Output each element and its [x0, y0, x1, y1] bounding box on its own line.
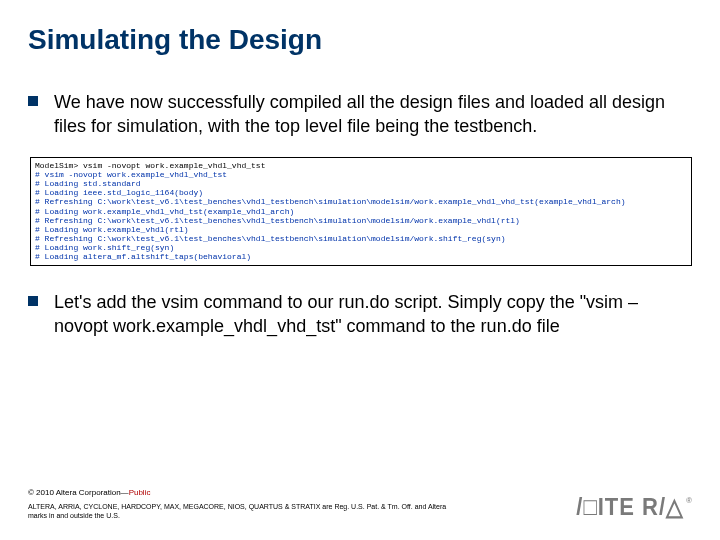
logo-text: /□ITE R/△ — [576, 493, 684, 522]
bullet-text-1: We have now successfully compiled all th… — [54, 90, 692, 139]
terminal-output: ModelSim> vsim -novopt work.example_vhdl… — [30, 157, 692, 266]
terminal-line-2: # vsim -novopt work.example_vhdl_vhd_tst — [35, 170, 227, 179]
terminal-line-6: # Loading work.example_vhdl_vhd_tst(exam… — [35, 207, 294, 216]
slide-title: Simulating the Design — [28, 24, 322, 56]
bullet-item-2: Let's add the vsim command to our run.do… — [28, 290, 692, 339]
altera-logo: /□ITE R/△ ® — [576, 494, 692, 520]
bullet-text-2: Let's add the vsim command to our run.do… — [54, 290, 692, 339]
terminal-line-1: ModelSim> vsim -novopt work.example_vhdl… — [35, 161, 265, 170]
terminal-line-8: # Loading work.example_vhdl(rtl) — [35, 225, 189, 234]
copyright-public: Public — [129, 488, 151, 497]
slide-content: We have now successfully compiled all th… — [28, 90, 692, 356]
terminal-line-7: # Refreshing C:\work\test_v6.1\test_benc… — [35, 216, 520, 225]
terminal-line-11: # Loading altera_mf.altshift_taps(behavi… — [35, 252, 251, 261]
legal-text: ALTERA, ARRIA, CYCLONE, HARDCOPY, MAX, M… — [28, 503, 448, 520]
terminal-line-4: # Loading ieee.std_logic_1164(body) — [35, 188, 203, 197]
bullet-item-1: We have now successfully compiled all th… — [28, 90, 692, 139]
registered-icon: ® — [686, 496, 692, 505]
terminal-line-10: # Loading work.shift_reg(syn) — [35, 243, 174, 252]
terminal-line-9: # Refreshing C:\work\test_v6.1\test_benc… — [35, 234, 505, 243]
square-bullet-icon — [28, 96, 38, 106]
copyright-text: © 2010 Altera Corporation— — [28, 488, 129, 497]
terminal-line-5: # Refreshing C:\work\test_v6.1\test_benc… — [35, 197, 626, 206]
terminal-line-3: # Loading std.standard — [35, 179, 141, 188]
square-bullet-icon — [28, 296, 38, 306]
